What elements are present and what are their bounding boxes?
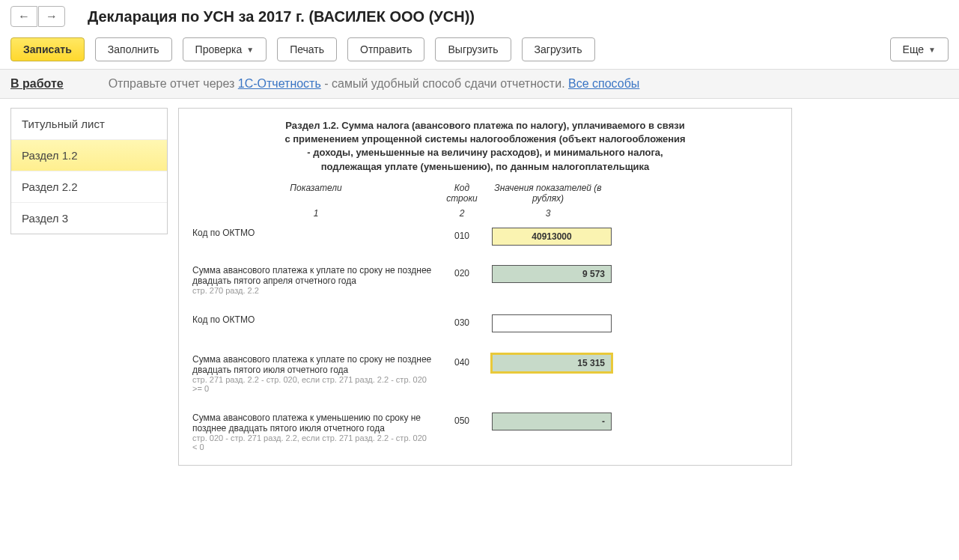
forward-button[interactable]: → (38, 6, 65, 27)
indicator-label: Код по ОКТМО (192, 228, 439, 238)
indicator-sub: стр. 020 - стр. 271 разд. 2.2, если стр.… (192, 433, 432, 451)
send-button[interactable]: Отправить (347, 37, 424, 61)
link-all-methods[interactable]: Все способы (568, 77, 639, 90)
more-button-label: Еще (903, 43, 925, 55)
more-button[interactable]: Еще▼ (890, 37, 949, 61)
tab-section-3[interactable]: Раздел 3 (11, 203, 167, 234)
check-button-label: Проверка (195, 43, 243, 55)
fill-button[interactable]: Заполнить (95, 37, 172, 61)
value-field[interactable] (492, 314, 612, 332)
row-code: 050 (439, 413, 484, 426)
indicator-sub: стр. 271 разд. 2.2 - стр. 020, если стр.… (192, 375, 432, 393)
status-bar: В работе Отправьте отчет через 1С-Отчетн… (0, 69, 959, 99)
value-col: 40913000 (484, 228, 612, 246)
value-field[interactable]: - (492, 413, 612, 430)
form-row: Сумма авансового платежа к уплате по сро… (192, 265, 778, 295)
indicator-label: Сумма авансового платежа к уплате по сро… (192, 354, 439, 393)
export-button[interactable]: Выгрузить (435, 37, 511, 61)
form-row: Сумма авансового платежа к уплате по сро… (192, 354, 778, 393)
column-numbers: 1 2 3 (192, 208, 778, 219)
header-value: Значения показателей (в рублях) (484, 183, 612, 204)
value-col: - (484, 413, 612, 430)
check-button[interactable]: Проверка▼ (183, 37, 267, 61)
tab-section-1-2[interactable]: Раздел 1.2 (11, 140, 167, 171)
value-field[interactable]: 15 315 (492, 354, 612, 372)
indicator-sub: стр. 270 разд. 2.2 (192, 286, 432, 295)
section-tabs: Титульный лист Раздел 1.2 Раздел 2.2 Раз… (10, 108, 168, 234)
nav-arrows: ← → (10, 6, 65, 27)
value-field[interactable]: 9 573 (492, 265, 612, 283)
value-col: 15 315 (484, 354, 612, 372)
rows-container: Код по ОКТМО01040913000Сумма авансового … (192, 228, 778, 451)
colnum-2: 2 (439, 208, 484, 219)
hint-pre: Отправьте отчет через (109, 77, 238, 90)
colnum-1: 1 (192, 208, 439, 219)
row-code: 030 (439, 314, 484, 328)
form-row: Сумма авансового платежа к уменьшению по… (192, 413, 778, 451)
header-indicator: Показатели (192, 183, 439, 204)
link-1c-report[interactable]: 1С-Отчетность (238, 77, 321, 90)
stage-hint: Отправьте отчет через 1С-Отчетность - са… (109, 77, 640, 91)
row-code: 010 (439, 228, 484, 241)
content: Титульный лист Раздел 1.2 Раздел 2.2 Раз… (0, 99, 959, 475)
form-row: Код по ОКТМО01040913000 (192, 228, 778, 246)
indicator-label: Сумма авансового платежа к уменьшению по… (192, 413, 439, 451)
column-headers: Показатели Код строки Значения показател… (192, 183, 778, 204)
title-bar: ← → Декларация по УСН за 2017 г. (ВАСИЛЕ… (0, 0, 959, 33)
row-code: 020 (439, 265, 484, 279)
page-title: Декларация по УСН за 2017 г. (ВАСИЛЕК ОО… (88, 8, 475, 25)
record-button[interactable]: Записать (10, 37, 85, 61)
colnum-3: 3 (484, 208, 612, 219)
section-title: Раздел 1.2. Сумма налога (авансового пла… (283, 119, 687, 174)
toolbar: Записать Заполнить Проверка▼ Печать Отпр… (0, 33, 959, 69)
import-button[interactable]: Загрузить (522, 37, 595, 61)
value-col (484, 314, 612, 335)
form-area: Раздел 1.2. Сумма налога (авансового пла… (178, 108, 792, 466)
print-button[interactable]: Печать (277, 37, 337, 61)
tab-title-page[interactable]: Титульный лист (11, 109, 167, 140)
header-code: Код строки (439, 183, 484, 204)
stage-link[interactable]: В работе (10, 77, 64, 91)
form-row: Код по ОКТМО030 (192, 314, 778, 335)
hint-mid: - самый удобный способ сдачи отчетности. (321, 77, 568, 90)
chevron-down-icon: ▼ (246, 46, 254, 54)
value-col: 9 573 (484, 265, 612, 283)
value-field[interactable]: 40913000 (492, 228, 612, 246)
back-button[interactable]: ← (10, 6, 37, 27)
tab-section-2-2[interactable]: Раздел 2.2 (11, 171, 167, 203)
indicator-label: Сумма авансового платежа к уплате по сро… (192, 265, 439, 295)
chevron-down-icon: ▼ (928, 46, 936, 54)
indicator-label: Код по ОКТМО (192, 314, 439, 325)
row-code: 040 (439, 354, 484, 368)
